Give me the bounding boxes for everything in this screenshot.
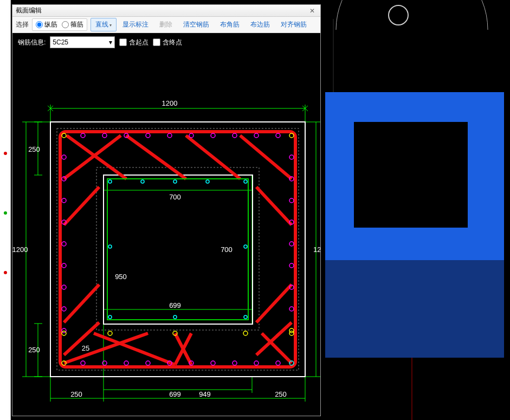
section-editor-dialog: 截面编辑 ✕ 选择 纵筋 箍筋 直线▾ 显示标注 删除 清空钢筋 布角筋 布边筋…: [12, 4, 321, 416]
svg-point-94: [289, 263, 294, 268]
include-start-input[interactable]: [119, 38, 127, 46]
svg-point-60: [146, 133, 150, 138]
svg-point-103: [108, 315, 112, 319]
rebar-info-label: 钢筋信息:: [18, 38, 46, 47]
svg-point-63: [211, 133, 215, 138]
svg-line-41: [186, 135, 240, 179]
svg-point-57: [81, 133, 85, 138]
dim-inner-bottom: 699: [169, 301, 181, 309]
svg-point-76: [233, 361, 237, 365]
select-label: 选择: [16, 20, 29, 29]
edge-rebar-button[interactable]: 布边筋: [246, 18, 275, 31]
svg-point-96: [289, 307, 294, 311]
svg-point-78: [276, 361, 280, 365]
svg-line-45: [64, 285, 99, 322]
rebar-info-bar: 钢筋信息: 5C25 ▾ 含起点 含终点: [12, 33, 320, 51]
svg-point-72: [146, 361, 150, 365]
dim-outer-width: 1200: [162, 99, 178, 107]
dim-outer-height-right: 1200: [313, 245, 320, 254]
svg-point-58: [102, 133, 107, 138]
svg-point-89: [289, 155, 294, 159]
titlebar[interactable]: 截面编辑 ✕: [12, 5, 320, 17]
marker-dot: [4, 271, 7, 274]
svg-point-56: [62, 133, 66, 138]
svg-point-111: [243, 331, 248, 335]
svg-point-84: [62, 242, 66, 246]
section-canvas[interactable]: 1200 1200 1200 250 250 700 700 950 699 2…: [12, 51, 320, 416]
svg-line-43: [64, 135, 121, 179]
svg-point-80: [62, 155, 66, 159]
ruler-strip: [0, 0, 11, 420]
svg-point-104: [173, 315, 177, 319]
svg-point-87: [62, 307, 66, 311]
svg-point-85: [62, 263, 66, 268]
svg-point-107: [244, 245, 247, 248]
marker-dot: [4, 152, 7, 155]
svg-point-91: [289, 198, 294, 203]
svg-point-98: [108, 180, 112, 183]
close-icon[interactable]: ✕: [307, 7, 317, 15]
svg-point-82: [62, 198, 66, 203]
svg-point-67: [289, 133, 294, 138]
svg-point-69: [81, 361, 85, 365]
delete-button: 删除: [154, 18, 177, 31]
dim-small-left: 25: [82, 344, 89, 352]
rebar-type-radio-group: 纵筋 箍筋: [32, 18, 87, 31]
svg-line-42: [240, 135, 292, 179]
svg-point-105: [244, 315, 247, 319]
svg-point-99: [141, 180, 144, 183]
svg-point-106: [108, 245, 112, 248]
svg-point-61: [167, 133, 172, 138]
radio-stirrup-input[interactable]: [62, 21, 69, 28]
dim-bottom-3: 250: [275, 390, 287, 398]
dim-inner-left: 950: [115, 273, 127, 281]
dim-bottom-2: 949: [199, 390, 211, 398]
radio-longitudinal[interactable]: 纵筋: [36, 20, 57, 29]
svg-rect-38: [60, 132, 295, 367]
include-start-checkbox[interactable]: 含起点: [119, 38, 149, 47]
svg-point-102: [244, 180, 247, 183]
radio-stirrup[interactable]: 箍筋: [62, 20, 83, 29]
svg-point-77: [254, 361, 259, 365]
dim-inner-top: 700: [169, 193, 181, 201]
corner-rebar-button[interactable]: 布角筋: [215, 18, 244, 31]
svg-line-49: [256, 322, 292, 355]
svg-point-112: [289, 331, 294, 335]
chevron-down-icon: ▾: [109, 23, 112, 28]
svg-point-66: [276, 133, 280, 138]
svg-point-65: [254, 133, 259, 138]
toolbar: 选择 纵筋 箍筋 直线▾ 显示标注 删除 清空钢筋 布角筋 布边筋 对齐钢筋: [12, 17, 320, 33]
dim-offset-tl: 250: [28, 145, 40, 153]
svg-line-48: [256, 285, 292, 322]
svg-point-93: [289, 242, 294, 246]
chevron-down-icon: ▾: [109, 38, 112, 46]
svg-rect-3: [354, 122, 468, 228]
svg-point-71: [124, 361, 128, 365]
svg-point-109: [108, 331, 112, 335]
include-end-input[interactable]: [153, 38, 160, 46]
svg-point-86: [62, 285, 66, 289]
line-button[interactable]: 直线▾: [91, 18, 117, 31]
align-rebar-button[interactable]: 对齐钢筋: [276, 18, 312, 31]
radio-longitudinal-input[interactable]: [36, 21, 43, 28]
svg-line-40: [126, 135, 186, 179]
dim-outer-height-left: 1200: [12, 245, 28, 254]
svg-rect-4: [354, 216, 468, 228]
clear-rebar-button[interactable]: 清空钢筋: [178, 18, 214, 31]
marker-dot: [4, 211, 7, 215]
svg-point-100: [173, 180, 177, 183]
show-dim-button[interactable]: 显示标注: [118, 18, 153, 31]
dim-bottom-1: 250: [70, 390, 82, 398]
section-svg: 1200 1200 1200 250 250 700 700 950 699 2…: [12, 51, 320, 416]
dim-inner-right: 700: [221, 245, 233, 254]
dim-bottom-2-sub: 699: [169, 390, 181, 398]
svg-point-75: [211, 361, 215, 365]
svg-point-70: [102, 361, 107, 365]
dim-offset-bl: 250: [28, 346, 40, 354]
svg-line-47: [256, 187, 292, 225]
svg-point-108: [62, 331, 66, 335]
dialog-title: 截面编辑: [16, 6, 307, 15]
svg-line-44: [64, 187, 99, 225]
rebar-info-combo[interactable]: 5C25 ▾: [50, 36, 115, 48]
include-end-checkbox[interactable]: 含终点: [153, 38, 182, 47]
